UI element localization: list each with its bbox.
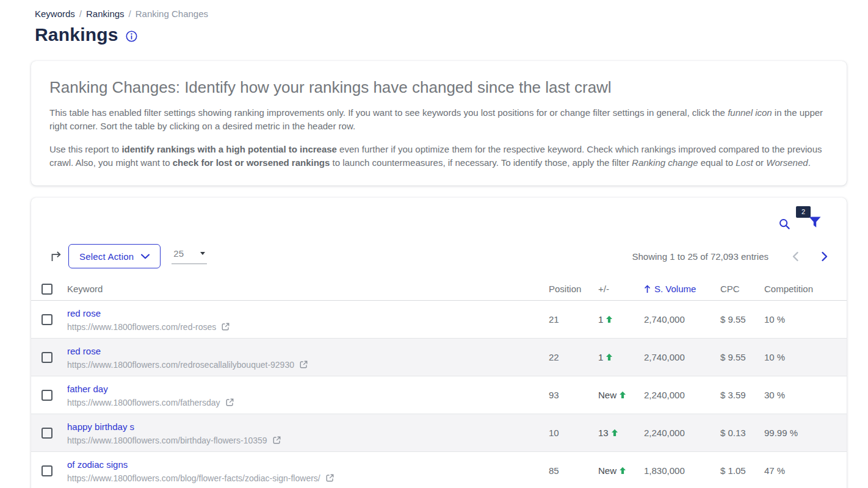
keyword-link[interactable]: red rose	[67, 308, 101, 318]
next-page-icon[interactable]	[821, 251, 828, 262]
keyword-url: https://www.1800flowers.com/fathersday	[67, 398, 220, 407]
keyword-cell: red rose https://www.1800flowers.com/red…	[67, 340, 549, 375]
change-cell: 1	[598, 352, 644, 362]
keyword-cell: father day https://www.1800flowers.com/f…	[67, 378, 549, 413]
keyword-link[interactable]: father day	[67, 384, 108, 394]
table-row: red rose https://www.1800flowers.com/red…	[31, 301, 847, 339]
column-header-volume[interactable]: S. Volume	[644, 284, 720, 294]
cpc-cell: $ 0.13	[720, 428, 764, 438]
column-header-keyword[interactable]: Keyword	[67, 284, 549, 294]
external-link-icon[interactable]	[272, 436, 281, 445]
table-actions-row: 2	[31, 198, 847, 229]
keyword-url: https://www.1800flowers.com/redrosecalla…	[67, 360, 294, 370]
intro-heading: Ranking Changes: Identify how your ranki…	[49, 78, 828, 97]
column-header-cpc[interactable]: CPC	[720, 284, 764, 294]
change-cell: New	[598, 465, 644, 476]
cpc-cell: $ 3.59	[720, 390, 764, 400]
volume-cell: 2,740,000	[644, 352, 720, 362]
change-value: New	[598, 465, 617, 476]
column-header-position[interactable]: Position	[549, 284, 598, 294]
rankings-table-card: 2 Select Action 25 Showing 1 to	[31, 198, 847, 488]
table-toolbar: Select Action 25 Showing 1 to 25 of 72,0…	[31, 229, 847, 268]
cpc-cell: $ 9.55	[720, 314, 764, 325]
change-value: 13	[598, 428, 609, 438]
page-size-select[interactable]: 25	[172, 248, 207, 264]
position-cell: 21	[549, 314, 598, 325]
external-link-icon[interactable]	[221, 322, 230, 331]
filter-control: 2	[808, 214, 822, 229]
sort-ascending-icon	[644, 285, 651, 293]
external-link-icon[interactable]	[225, 398, 234, 407]
rankings-table: Keyword Position +/- S. Volume CPC Compe…	[31, 278, 847, 488]
competition-cell: 10 %	[764, 352, 847, 362]
position-cell: 85	[549, 465, 598, 476]
chevron-down-icon	[141, 254, 150, 259]
keyword-cell: red rose https://www.1800flowers.com/red…	[67, 302, 549, 337]
cpc-cell: $ 9.55	[720, 352, 764, 362]
external-link-icon[interactable]	[325, 473, 335, 483]
previous-page-icon[interactable]	[792, 251, 799, 262]
position-cell: 10	[549, 428, 598, 438]
change-value: New	[598, 390, 617, 400]
keyword-cell: of zodiac signs https://www.1800flowers.…	[67, 453, 549, 488]
up-arrow-icon	[606, 315, 613, 323]
external-link-icon[interactable]	[299, 360, 308, 369]
keyword-cell: happy birthday s https://www.1800flowers…	[67, 415, 549, 451]
page-title: Rankings	[35, 24, 118, 45]
breadcrumb-rankings[interactable]: Rankings	[86, 9, 125, 19]
up-arrow-icon	[606, 353, 613, 361]
row-checkbox[interactable]	[42, 465, 52, 476]
column-header-competition[interactable]: Competition	[764, 284, 847, 294]
table-row: father day https://www.1800flowers.com/f…	[31, 376, 847, 414]
change-cell: 13	[598, 428, 644, 438]
cpc-cell: $ 1.05	[720, 465, 764, 476]
funnel-icon[interactable]	[808, 214, 822, 229]
keyword-url: https://www.1800flowers.com/birthday-flo…	[67, 436, 267, 445]
table-header-row: Keyword Position +/- S. Volume CPC Compe…	[31, 278, 847, 301]
change-value: 1	[598, 352, 603, 362]
position-cell: 22	[549, 352, 598, 362]
row-checkbox[interactable]	[42, 390, 52, 401]
select-action-label: Select Action	[79, 251, 134, 262]
volume-cell: 2,740,000	[644, 314, 720, 325]
up-arrow-icon	[619, 467, 626, 475]
table-row: red rose https://www.1800flowers.com/red…	[31, 339, 847, 376]
change-cell: New	[598, 390, 644, 400]
keyword-link[interactable]: red rose	[67, 346, 101, 356]
caret-down-icon	[200, 252, 205, 255]
breadcrumb-keywords[interactable]: Keywords	[35, 9, 75, 19]
competition-cell: 10 %	[764, 314, 847, 325]
column-header-change[interactable]: +/-	[598, 284, 644, 294]
table-row: happy birthday s https://www.1800flowers…	[31, 414, 847, 452]
row-checkbox[interactable]	[42, 314, 52, 325]
select-action-button[interactable]: Select Action	[68, 244, 161, 268]
row-checkbox[interactable]	[42, 352, 52, 363]
table-row: of zodiac signs https://www.1800flowers.…	[31, 452, 847, 488]
keyword-url: https://www.1800flowers.com/blog/flower-…	[67, 473, 320, 483]
intro-card: Ranking Changes: Identify how your ranki…	[31, 61, 847, 185]
export-arrow-icon[interactable]	[49, 249, 63, 263]
table-body: red rose https://www.1800flowers.com/red…	[31, 301, 847, 488]
volume-cell: 1,830,000	[644, 465, 720, 476]
keyword-url: https://www.1800flowers.com/red-roses	[67, 322, 216, 332]
search-icon[interactable]	[778, 218, 791, 231]
competition-cell: 99.99 %	[764, 428, 847, 438]
page-header: Rankings	[0, 19, 868, 45]
intro-paragraph-1: This table has enabled filter settings s…	[49, 106, 828, 133]
up-arrow-icon	[619, 391, 626, 399]
change-cell: 1	[598, 314, 644, 325]
change-value: 1	[598, 314, 603, 325]
breadcrumb-current: Ranking Changes	[136, 9, 208, 19]
info-icon[interactable]	[125, 30, 138, 43]
select-all-checkbox[interactable]	[42, 284, 52, 295]
up-arrow-icon	[611, 429, 618, 437]
breadcrumb: Keywords/Rankings/Ranking Changes	[0, 0, 868, 19]
page-size-value: 25	[173, 248, 184, 259]
showing-entries-text: Showing 1 to 25 of 72,093 entries	[632, 251, 769, 262]
volume-cell: 2,240,000	[644, 428, 720, 438]
competition-cell: 30 %	[764, 390, 847, 400]
keyword-link[interactable]: happy birthday s	[67, 422, 134, 432]
row-checkbox[interactable]	[42, 428, 52, 439]
intro-paragraph-2: Use this report to identify rankings wit…	[49, 143, 828, 170]
keyword-link[interactable]: of zodiac signs	[67, 459, 128, 470]
